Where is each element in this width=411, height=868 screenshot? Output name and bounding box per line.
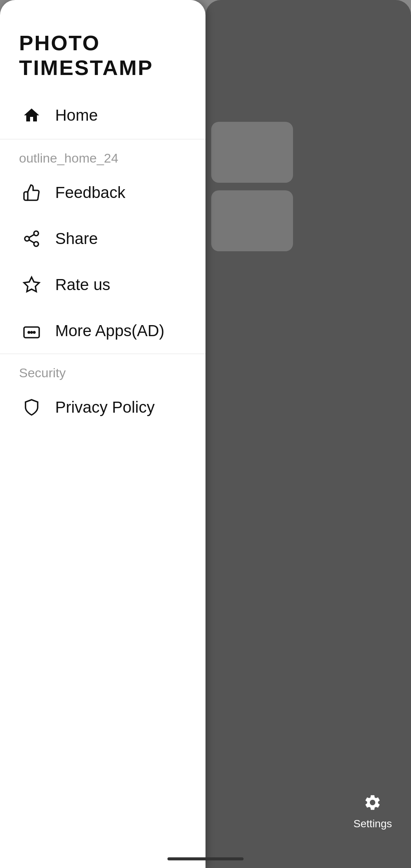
bottom-bar [167, 857, 244, 860]
drawer-item-feedback[interactable]: Feedback [0, 169, 206, 215]
more-apps-icon [19, 318, 44, 343]
svg-point-7 [28, 332, 30, 333]
privacy-policy-label: Privacy Policy [55, 398, 155, 416]
svg-point-8 [31, 332, 32, 333]
star-icon [19, 272, 44, 297]
drawer-item-more-apps[interactable]: More Apps(AD) [0, 308, 206, 354]
drawer-item-privacy-policy[interactable]: Privacy Policy [0, 384, 206, 430]
feedback-label: Feedback [55, 183, 125, 202]
shield-icon [19, 395, 44, 420]
bg-card-video: VideoTimestamp [211, 122, 293, 183]
bg-card-share: Share [211, 190, 293, 251]
home-icon [19, 103, 44, 128]
settings-label: Settings [354, 818, 392, 830]
rate-us-label: Rate us [55, 276, 110, 294]
home-label: Home [55, 106, 98, 124]
svg-point-0 [34, 231, 38, 236]
svg-point-2 [34, 242, 38, 246]
app-title: PHOTO TIMESTAMP [19, 30, 186, 80]
drawer-item-home[interactable]: Home [0, 91, 206, 139]
thumbs-up-icon [19, 180, 44, 205]
share-label: Share [55, 230, 98, 248]
share-icon [19, 226, 44, 251]
drawer-item-share[interactable]: Share [0, 215, 206, 262]
section-label-security: Security [0, 354, 206, 384]
svg-point-9 [33, 332, 35, 333]
drawer-item-rate-us[interactable]: Rate us [0, 262, 206, 308]
settings-icon [357, 787, 388, 818]
drawer-header: PHOTO TIMESTAMP [0, 0, 206, 91]
svg-line-4 [29, 235, 34, 238]
svg-line-3 [29, 240, 34, 243]
svg-point-1 [25, 236, 29, 241]
drawer: PHOTO TIMESTAMP Home outline_home_24 Fee… [0, 0, 206, 868]
more-apps-label: More Apps(AD) [55, 322, 164, 340]
svg-marker-5 [24, 277, 39, 292]
settings-button[interactable]: Settings [354, 787, 392, 830]
section-label-feedback: outline_home_24 [0, 139, 206, 169]
